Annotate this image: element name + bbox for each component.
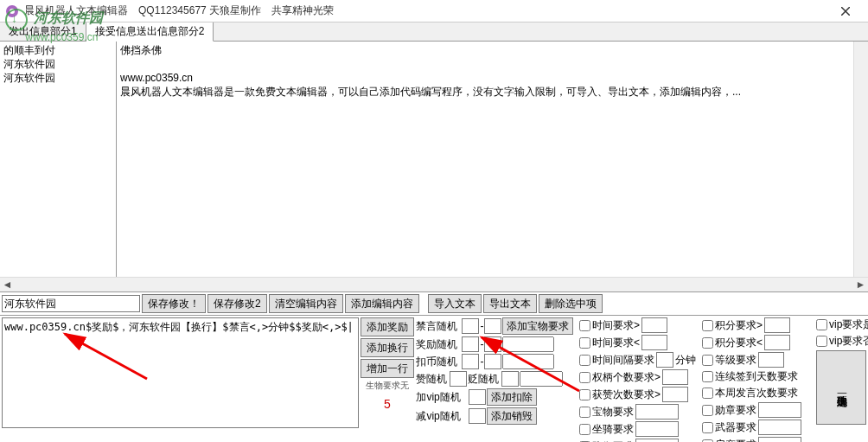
top-pane: 的顺丰到付 河东软件园 河东软件园 佛挡杀佛 www.pc0359.cn 晨风机…: [0, 42, 868, 277]
content-line: 晨风机器人文本编辑器是一款免费文本编辑器，可以自己添加代码编写程序，没有文字输入…: [120, 85, 865, 99]
subvip-label: 减vip随机: [416, 409, 468, 424]
power-input[interactable]: [662, 369, 688, 385]
time-lt-checkbox[interactable]: 时间要求<: [579, 336, 640, 350]
vip-yes-checkbox[interactable]: vip要求是: [816, 317, 868, 332]
scroll-left-icon[interactable]: ◄: [0, 278, 15, 291]
criticize-input[interactable]: [501, 371, 519, 387]
close-button[interactable]: [828, 0, 863, 22]
praise-input[interactable]: [450, 371, 467, 387]
subvip-input[interactable]: [469, 408, 486, 424]
vip-no-checkbox[interactable]: vip要求否: [816, 334, 868, 349]
weapon-checkbox[interactable]: 武器要求: [702, 420, 756, 435]
reward-random-label: 奖励随机: [416, 337, 461, 352]
editor-textarea[interactable]: www.pc0359.cn$奖励$，河东软件园【换行】$禁言<,>分钟$$奖励<…: [2, 317, 359, 428]
score-gt-checkbox[interactable]: 积分要求>: [702, 318, 763, 333]
time-gap-checkbox[interactable]: 时间间隔要求: [579, 353, 654, 368]
content-line: 佛挡杀佛: [120, 43, 865, 57]
score-lt-checkbox[interactable]: 积分要求<: [702, 336, 763, 350]
mount-checkbox[interactable]: 坐骑要求: [579, 422, 634, 437]
minutes-label: 分钟: [675, 353, 696, 368]
add-destroy-button[interactable]: 添加销毁: [487, 407, 537, 425]
coin-min-input[interactable]: [462, 354, 479, 369]
mount-input[interactable]: [635, 421, 679, 437]
svg-point-1: [10, 9, 15, 14]
treasure-input[interactable]: [635, 404, 679, 420]
time-lt-input[interactable]: [641, 335, 667, 350]
house-checkbox[interactable]: 房产要求: [702, 438, 756, 443]
bottom-section: www.pc0359.cn$奖励$，河东软件园【换行】$禁言<,>分钟$$奖励<…: [0, 316, 868, 442]
tab-receive-info[interactable]: 接受信息送出信息部分2: [86, 22, 214, 42]
titlebar: 晨风机器人文本编辑器 QQ112345677 天狼星制作 共享精神光荣: [0, 0, 868, 22]
window-title: 晨风机器人文本编辑器 QQ112345677 天狼星制作 共享精神光荣: [24, 3, 828, 18]
power-checkbox[interactable]: 权柄个数要求>: [579, 370, 661, 385]
coin-max-input[interactable]: [484, 354, 501, 369]
list-item[interactable]: 的顺丰到付: [3, 43, 112, 57]
add-reward-button[interactable]: 添加奖励: [361, 317, 415, 336]
random-panel: 禁言随机 - 添加宝物要求 奖励随机 - 扣币随机 - 赞随机 贬随机 加vip…: [416, 317, 578, 442]
criticize-random-label: 贬随机: [468, 372, 501, 387]
editor-pane: www.pc0359.cn$奖励$，河东软件园【换行】$禁言<,>分钟$$奖励<…: [2, 317, 359, 442]
horizontal-scrollbar[interactable]: ◄ ►: [0, 277, 868, 291]
save-button-2[interactable]: 保存修改2: [207, 294, 267, 313]
save-button-1[interactable]: 保存修改！: [142, 294, 206, 313]
weapon-input[interactable]: [758, 420, 801, 435]
tab-send-info[interactable]: 发出信息部分1: [0, 22, 86, 41]
praise-req-checkbox[interactable]: 获赞次数要求>: [579, 388, 661, 402]
time-gap-input[interactable]: [656, 352, 673, 368]
addvip-input[interactable]: [469, 389, 486, 405]
time-gt-checkbox[interactable]: 时间要求>: [579, 318, 640, 333]
count-number: 5: [361, 394, 415, 414]
medal-checkbox[interactable]: 勋章要求: [702, 403, 756, 418]
week-speak-checkbox[interactable]: 本周发言次数要求: [702, 386, 798, 400]
ban-random-label: 禁言随机: [416, 319, 461, 334]
ban-min-input[interactable]: [462, 318, 479, 334]
ban-max-input[interactable]: [484, 318, 501, 334]
level-input[interactable]: [758, 352, 784, 368]
reward-max-input[interactable]: [484, 336, 501, 352]
export-button[interactable]: 导出文本: [483, 294, 537, 313]
house-input[interactable]: [758, 437, 801, 442]
praise-req-input[interactable]: [662, 387, 688, 402]
tabs-row: 发出信息部分1 接受信息送出信息部分2: [0, 22, 868, 42]
add-newline-button[interactable]: 添加换行: [361, 338, 415, 357]
delete-selected-button[interactable]: 删除选中项: [539, 294, 603, 313]
coin-extra-input[interactable]: [502, 354, 554, 369]
medal-input[interactable]: [758, 402, 801, 418]
level-checkbox[interactable]: 等级要求: [702, 353, 756, 368]
defense-input[interactable]: [635, 439, 679, 442]
add-edit-button[interactable]: 添加编辑内容: [345, 294, 419, 313]
toolbar-row: 保存修改！ 保存修改2 清空编辑内容 添加编辑内容 导入文本 导出文本 删除选中…: [0, 291, 868, 316]
left-list[interactable]: 的顺丰到付 河东软件园 河东软件园: [0, 42, 117, 277]
app-icon: [5, 4, 19, 18]
title-input[interactable]: [2, 295, 140, 312]
mid-buttons: 添加奖励 添加换行 增加一行 生物要求无 5: [361, 317, 415, 442]
addvip-label: 加vip随机: [416, 390, 468, 405]
defense-checkbox[interactable]: 防御要求: [579, 439, 634, 443]
praise-random-label: 赞随机: [416, 372, 449, 387]
reward-min-input[interactable]: [462, 336, 479, 352]
bio-req-label: 生物要求无: [361, 380, 415, 392]
score-gt-input[interactable]: [764, 317, 790, 333]
requirements-panel: 时间要求> 时间要求< 时间间隔要求分钟 权柄个数要求> 获赞次数要求> 宝物要…: [579, 317, 866, 442]
time-gt-input[interactable]: [641, 317, 667, 333]
add-treasure-button[interactable]: 添加宝物要求: [502, 317, 573, 335]
vertical-scrollbar[interactable]: [853, 42, 868, 277]
zj-extra-input[interactable]: [520, 371, 563, 387]
streak-checkbox[interactable]: 连续签到天数要求: [702, 369, 798, 384]
reward-extra-input[interactable]: [502, 336, 554, 352]
treasure-checkbox[interactable]: 宝物要求: [579, 405, 634, 420]
clear-button[interactable]: 清空编辑内容: [269, 294, 343, 313]
score-lt-input[interactable]: [764, 335, 790, 350]
list-item[interactable]: 河东软件园: [3, 71, 112, 85]
coin-random-label: 扣币随机: [416, 355, 461, 369]
add-line-button[interactable]: 增加一行: [361, 359, 415, 378]
list-item[interactable]: 河东软件园: [3, 57, 112, 71]
right-content: 佛挡杀佛 www.pc0359.cn 晨风机器人文本编辑器是一款免费文本编辑器，…: [117, 42, 868, 277]
import-button[interactable]: 导入文本: [428, 294, 482, 313]
add-deduct-button[interactable]: 添加扣除: [487, 388, 537, 406]
confirm-add-options-button[interactable]: 确定统一加选项: [816, 350, 866, 425]
content-line: www.pc0359.cn: [120, 71, 865, 85]
close-icon: [841, 7, 850, 16]
scroll-right-icon[interactable]: ►: [853, 278, 868, 291]
